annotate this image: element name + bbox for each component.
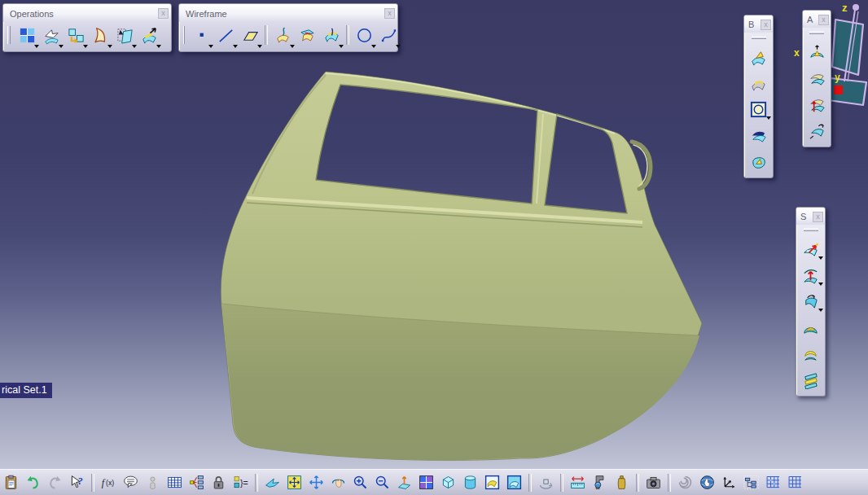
wireframe-toolbar-titlebar[interactable]: Wireframe x bbox=[179, 4, 397, 22]
crescent-surface-button[interactable] bbox=[800, 341, 822, 366]
redo-button[interactable] bbox=[44, 471, 66, 493]
trim-button[interactable] bbox=[39, 24, 64, 46]
dropdown-arrow-icon[interactable] bbox=[818, 283, 823, 286]
paste-button[interactable] bbox=[0, 471, 22, 493]
formula-button[interactable]: f(x) bbox=[98, 471, 120, 493]
projection-button[interactable] bbox=[270, 24, 295, 46]
operations-toolbar-titlebar[interactable]: Operations x bbox=[3, 4, 171, 22]
grid-blue-button[interactable] bbox=[762, 471, 784, 493]
s-toolbar-titlebar[interactable]: S x bbox=[796, 208, 825, 225]
reflect-line-button[interactable] bbox=[319, 24, 344, 46]
links-button[interactable] bbox=[186, 471, 208, 493]
grid-partial-icon bbox=[787, 474, 804, 491]
lock-button[interactable] bbox=[208, 471, 230, 493]
fit-all-button[interactable] bbox=[283, 471, 305, 493]
undo-button[interactable] bbox=[22, 471, 44, 493]
dome-surface-button[interactable] bbox=[800, 315, 822, 339]
sweep-surface-button[interactable] bbox=[747, 123, 770, 147]
toolbar-drag-handle[interactable] bbox=[183, 26, 185, 44]
compass-z-ball[interactable] bbox=[853, 4, 859, 11]
pan-button[interactable] bbox=[305, 471, 327, 493]
dropdown-arrow-icon[interactable] bbox=[818, 309, 823, 312]
b-toolbar-titlebar[interactable]: B x bbox=[744, 15, 773, 33]
extrapolate-button[interactable] bbox=[137, 24, 161, 46]
rotate-hand-button[interactable] bbox=[327, 471, 349, 493]
dropdown-arrow-icon[interactable] bbox=[818, 256, 823, 260]
toolbar-drag-handle[interactable] bbox=[7, 26, 11, 44]
cylinder-shade-button[interactable] bbox=[459, 471, 481, 493]
toolbar-drag-handle[interactable] bbox=[752, 36, 766, 39]
operations-toolbar[interactable]: Operations x bbox=[2, 3, 172, 52]
join-icon bbox=[18, 26, 37, 45]
point-button[interactable] bbox=[189, 24, 213, 46]
line-button[interactable] bbox=[213, 24, 238, 46]
dropdown-arrow-icon[interactable] bbox=[257, 45, 262, 48]
split-plane-button[interactable] bbox=[112, 24, 137, 46]
close-icon[interactable]: x bbox=[158, 8, 169, 19]
close-icon[interactable]: x bbox=[813, 212, 823, 222]
compass-origin-marker[interactable] bbox=[834, 85, 843, 94]
shade-material-button[interactable] bbox=[481, 471, 503, 493]
close-icon[interactable]: x bbox=[761, 20, 771, 30]
swirl-button[interactable] bbox=[674, 471, 696, 493]
table-button[interactable] bbox=[164, 471, 186, 493]
plane-button[interactable] bbox=[238, 24, 262, 46]
wireframe-toolbar[interactable]: Wireframe x bbox=[178, 3, 398, 52]
dropdown-arrow-icon[interactable] bbox=[339, 45, 344, 48]
intersection-button[interactable] bbox=[295, 24, 319, 46]
set-equal-button[interactable]: }= bbox=[230, 471, 252, 493]
dome-arrow-button[interactable] bbox=[805, 40, 828, 64]
surface-rotate-button[interactable] bbox=[805, 118, 828, 142]
sphere-surface-button[interactable] bbox=[747, 97, 770, 121]
zoom-out-button[interactable] bbox=[371, 471, 393, 493]
fill-surface-button[interactable] bbox=[747, 149, 770, 173]
fly-button[interactable] bbox=[261, 471, 283, 493]
camera-capture-button[interactable] bbox=[642, 471, 664, 493]
toolbar-drag-handle[interactable] bbox=[809, 31, 824, 34]
geometrical-set-label[interactable]: rical Set.1 bbox=[0, 383, 52, 398]
axis-triad-button[interactable] bbox=[718, 471, 740, 493]
spline-button[interactable] bbox=[376, 24, 401, 46]
join-button[interactable] bbox=[15, 24, 39, 46]
3d-viewport[interactable]: z y x rical Set.1 bbox=[0, 0, 868, 470]
extrude-surface-button[interactable] bbox=[747, 45, 770, 69]
layered-surface-button[interactable] bbox=[800, 367, 822, 392]
dropdown-arrow-icon[interactable] bbox=[156, 45, 161, 48]
shape-fillet-button[interactable] bbox=[88, 24, 112, 46]
globe-hand-button[interactable] bbox=[696, 471, 718, 493]
turntable-button[interactable] bbox=[535, 471, 557, 493]
catalog-gray-button[interactable] bbox=[142, 471, 164, 493]
chat-button[interactable] bbox=[120, 471, 142, 493]
close-icon[interactable]: x bbox=[384, 8, 395, 19]
normal-view-button[interactable] bbox=[393, 471, 415, 493]
close-icon[interactable]: x bbox=[818, 15, 829, 25]
offset-arrow-button[interactable] bbox=[800, 237, 822, 261]
surface-red-arrow-button[interactable] bbox=[805, 92, 828, 116]
grid-partial-button[interactable] bbox=[784, 471, 806, 493]
dropdown-arrow-icon[interactable] bbox=[766, 116, 771, 120]
transform-cubes-button[interactable] bbox=[64, 24, 88, 46]
weight-inertia-button[interactable] bbox=[611, 471, 633, 493]
door-model[interactable] bbox=[0, 0, 868, 470]
tree-select-button[interactable] bbox=[740, 471, 762, 493]
caliper-measure-button[interactable] bbox=[589, 471, 611, 493]
dropdown-arrow-icon[interactable] bbox=[396, 45, 401, 48]
b-toolbar[interactable]: B x bbox=[743, 15, 774, 178]
whats-this-button[interactable]: ? bbox=[66, 471, 88, 493]
toolbar-drag-handle[interactable] bbox=[804, 228, 818, 231]
a-toolbar[interactable]: A x bbox=[802, 10, 831, 147]
s-toolbar[interactable]: S x bbox=[796, 207, 826, 396]
quad-view-button[interactable] bbox=[415, 471, 437, 493]
zoom-in-button[interactable] bbox=[349, 471, 371, 493]
revolve-surface-button[interactable] bbox=[747, 71, 770, 95]
a-toolbar-titlebar[interactable]: A x bbox=[803, 11, 831, 28]
offset-stack-button[interactable] bbox=[805, 66, 828, 90]
flip-surface-button[interactable] bbox=[800, 289, 822, 313]
mid-red-arrow-button[interactable] bbox=[800, 263, 822, 287]
ruler-measure-button[interactable] bbox=[567, 471, 589, 493]
bottom-toolbar[interactable]: ?f(x)}= bbox=[0, 469, 868, 495]
grid-blue-icon bbox=[765, 474, 782, 491]
iso-cube-button[interactable] bbox=[437, 471, 459, 493]
shade-edges-button[interactable] bbox=[503, 471, 525, 493]
circle-button[interactable] bbox=[352, 24, 376, 46]
